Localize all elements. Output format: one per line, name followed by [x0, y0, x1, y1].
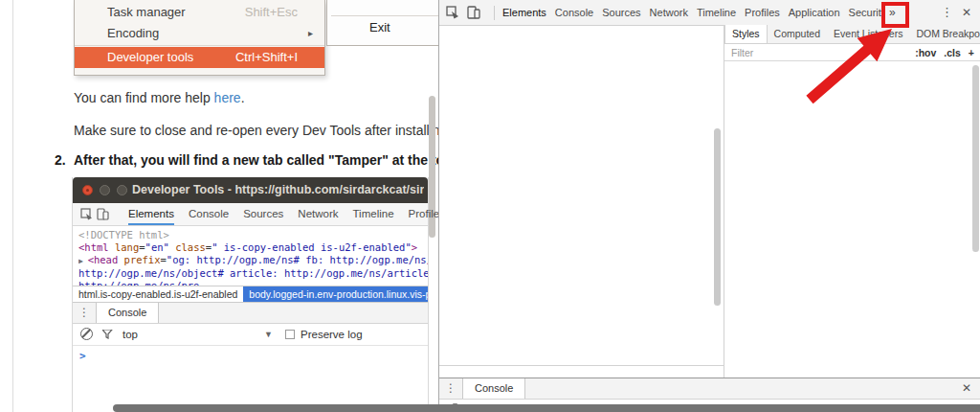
- embedded-tabs: ElementsConsoleSourcesNetworkTimelinePro…: [128, 204, 438, 225]
- menu-item-exit[interactable]: Exit: [369, 20, 390, 34]
- embedded-window-titlebar: Developer Tools - https://github.com/sir…: [73, 177, 428, 203]
- close-devtools-icon[interactable]: ✕: [962, 0, 971, 25]
- style-rules: [724, 60, 980, 378]
- dropdown-arrow-icon[interactable]: ▼: [264, 324, 273, 345]
- tab-network[interactable]: Network: [298, 204, 338, 225]
- tab-sources[interactable]: Sources: [602, 7, 640, 18]
- hover-toggle[interactable]: :hov: [915, 47, 936, 58]
- menu-item-task-manager[interactable]: Task manager Shift+Esc: [75, 2, 324, 23]
- code-line[interactable]: <!DOCTYPE html>: [78, 229, 428, 241]
- tab-sources[interactable]: Sources: [243, 204, 283, 225]
- tab-application[interactable]: Application: [789, 7, 840, 18]
- dom-breadcrumb: [439, 365, 724, 378]
- styles-scrollbar-thumb[interactable]: [972, 65, 979, 252]
- embedded-console-toolbar: top ▼ Preserve log: [73, 324, 428, 346]
- menu-item-encoding[interactable]: Encoding ▸: [75, 23, 324, 44]
- step-text: After that, you will find a new tab call…: [74, 152, 438, 168]
- tab-dom-breakpoints[interactable]: DOM Breakpoints: [909, 25, 980, 43]
- tab-profiles[interactable]: Profiles: [409, 204, 438, 225]
- preserve-log-label: Preserve log: [301, 324, 363, 345]
- console-prompt-chevron[interactable]: >: [73, 346, 428, 362]
- tab-elements[interactable]: Elements: [502, 7, 546, 18]
- close-drawer-icon[interactable]: ✕: [962, 378, 971, 399]
- tab-styles[interactable]: Styles: [724, 25, 768, 43]
- kebab-menu-icon[interactable]: ⋮: [439, 378, 462, 399]
- code-segment: lang: [115, 241, 139, 253]
- screenshot-root: Task manager Shift+Esc Encoding ▸ Develo…: [0, 0, 980, 412]
- dt-tabs: ElementsConsoleSourcesNetworkTimelinePro…: [502, 7, 883, 18]
- embedded-window-title: Developer Tools - https://github.com/sir…: [132, 177, 424, 203]
- browser-menu-exit-panel: Exit: [326, 0, 438, 46]
- toolbar-divider: [494, 6, 495, 20]
- styles-filter-bar: Filter :hov .cls +: [724, 44, 980, 61]
- page-left-border: [12, 0, 13, 412]
- menu-shortcut: Shift+Esc: [245, 2, 298, 23]
- filter-input[interactable]: Filter: [731, 47, 753, 58]
- kebab-menu-icon[interactable]: ⋮: [941, 0, 953, 25]
- embedded-devtools-screenshot: Developer Tools - https://github.com/sir…: [72, 177, 429, 412]
- dom-scrollbar-thumb[interactable]: [714, 128, 721, 306]
- code-line[interactable]: ▶ <head prefix="og: http://ogp.me/ns# fb…: [78, 254, 428, 267]
- code-segment: "og: http://ogp.me/ns# fb: http://ogp.me…: [167, 254, 428, 265]
- code-segment: <!DOCTYPE html>: [78, 229, 169, 240]
- inspect-element-icon[interactable]: [444, 4, 461, 21]
- note-paragraph: Make sure to close and re-open every Dev…: [74, 123, 438, 138]
- clear-console-icon[interactable]: [80, 328, 93, 340]
- styles-sidebar: StylesComputedEvent ListenersDOM Breakpo…: [724, 25, 980, 378]
- tab-security[interactable]: Security: [849, 7, 883, 18]
- browser-context-menu: Task manager Shift+Esc Encoding ▸ Develo…: [74, 0, 325, 76]
- breadcrumb-item[interactable]: body.logged-in.env-production.linux.vis-…: [243, 286, 428, 302]
- menu-item-label: Task manager: [107, 5, 186, 19]
- embedded-console-drawer-tabbar: ⋮ Console: [73, 303, 428, 324]
- class-toggle[interactable]: .cls: [944, 47, 961, 58]
- tab-elements[interactable]: Elements: [128, 204, 174, 225]
- code-segment: http://ogp.me/ns/object# article: http:/…: [78, 267, 428, 279]
- menu-shortcut: Ctrl+Shift+I: [235, 47, 298, 68]
- menu-item-developer-tools[interactable]: Developer tools Ctrl+Shift+I: [75, 47, 324, 68]
- code-line[interactable]: http://ogp.me/ns/object# article: http:/…: [78, 267, 428, 280]
- tab-timeline[interactable]: Timeline: [353, 204, 394, 225]
- device-toolbar-icon: [97, 206, 109, 223]
- code-line[interactable]: <html lang="en" class=" is-copy-enabled …: [78, 241, 428, 254]
- inspect-element-icon: [80, 206, 93, 223]
- menu-separator: [331, 15, 438, 16]
- shot-code: <!DOCTYPE html><html lang="en" class=" i…: [73, 226, 428, 286]
- console-drawer-tab[interactable]: Console: [462, 378, 525, 399]
- device-toolbar-icon[interactable]: [465, 4, 482, 21]
- help-link[interactable]: here: [214, 90, 241, 105]
- tab-console[interactable]: Console: [189, 204, 229, 225]
- preserve-log-checkbox[interactable]: [285, 330, 295, 339]
- tab-console[interactable]: Console: [555, 7, 593, 18]
- code-segment: " is-copy-enabled is-u2f-enabled": [212, 241, 412, 253]
- code-segment: ▶: [78, 257, 88, 265]
- submenu-arrow-icon: ▸: [308, 23, 313, 44]
- devtools-panel: ElementsConsoleSourcesNetworkTimelinePro…: [438, 0, 980, 412]
- embedded-console-tab[interactable]: Console: [96, 303, 159, 323]
- code-segment: <html: [78, 241, 109, 253]
- code-segment: class: [175, 241, 206, 253]
- embedded-breadcrumb: html.is-copy-enabled.is-u2f-enabledbody.…: [73, 286, 428, 303]
- breadcrumb-item[interactable]: html.is-copy-enabled.is-u2f-enabled: [73, 286, 243, 302]
- new-rule-button[interactable]: +: [969, 47, 974, 58]
- step-marker: 2.: [55, 152, 66, 168]
- filter-icon[interactable]: [102, 330, 113, 341]
- window-minimize-icon: [100, 185, 110, 195]
- help-text: You can find more help: [74, 90, 214, 105]
- menu-item-label: Developer tools: [107, 50, 193, 64]
- tab-timeline[interactable]: Timeline: [697, 7, 736, 18]
- embedded-tabbar: ElementsConsoleSourcesNetworkTimelinePro…: [73, 203, 428, 226]
- kebab-menu-icon[interactable]: ⋮: [73, 303, 96, 323]
- tab-profiles[interactable]: Profiles: [745, 7, 780, 18]
- tab-network[interactable]: Network: [650, 7, 688, 18]
- console-context-select[interactable]: top: [122, 324, 138, 345]
- annotation-red-box: [881, 2, 909, 28]
- tab-computed[interactable]: Computed: [768, 25, 827, 43]
- styles-filter-toggles: :hov .cls +: [915, 47, 974, 58]
- code-segment: prefix: [124, 254, 161, 265]
- window-close-icon: [82, 185, 93, 195]
- horizontal-scrollbar-thumb[interactable]: [113, 404, 980, 412]
- styles-tabs-list: StylesComputedEvent ListenersDOM Breakpo…: [724, 25, 980, 44]
- code-segment: <head: [88, 254, 119, 265]
- browser-page: Task manager Shift+Esc Encoding ▸ Develo…: [0, 0, 438, 412]
- window-maximize-icon: [117, 185, 127, 195]
